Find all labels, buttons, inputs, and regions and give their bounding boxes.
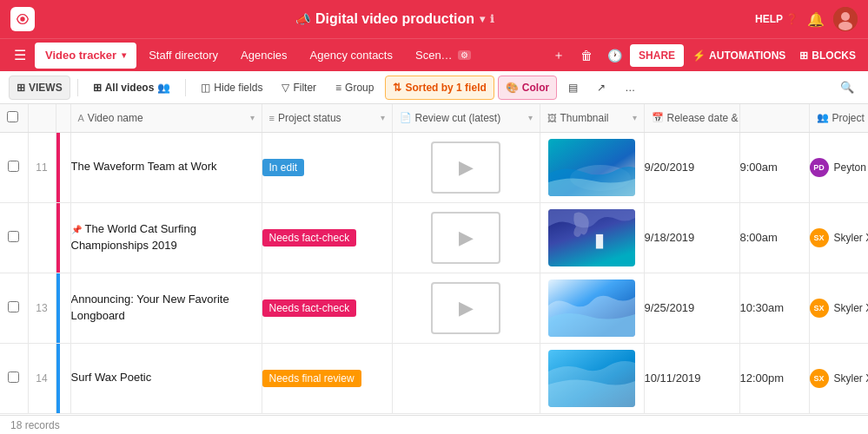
blocks-button[interactable]: ⊞ BLOCKS [794, 46, 861, 65]
row-project-lead[interactable]: SXSkyler Xu [809, 202, 868, 273]
nav-tab-video-tracker[interactable]: Video tracker ▾ [35, 43, 136, 69]
row-project-lead[interactable]: PDPeyton Deve… [809, 132, 868, 202]
search-icon[interactable]: 🔍 [835, 76, 859, 100]
nav-tab-agency-contacts[interactable]: Agency contacts [300, 43, 403, 69]
row-video-name[interactable]: 📌The World Cat Surfing Championships 201… [70, 202, 262, 273]
top-bar-center: 📣 Digital video production ▾ ℹ [295, 11, 494, 27]
row-project-lead[interactable]: SXSkyler Xu [809, 273, 868, 343]
th-lead-label: Project lead [832, 112, 869, 124]
nav-tab-scenes[interactable]: Scen… ⚙ [405, 43, 481, 69]
play-icon: ▶ [459, 156, 474, 179]
group-icon: ≡ [335, 82, 341, 94]
row-checkbox[interactable] [8, 161, 19, 172]
filter-button[interactable]: ▽ Filter [274, 76, 324, 100]
pin-icon: 📌 [71, 225, 82, 234]
svg-point-2 [841, 12, 850, 21]
row-height-button[interactable]: ▤ [560, 76, 586, 100]
table-row[interactable]: 📌The World Cat Surfing Championships 201… [0, 202, 868, 273]
row-review-cut[interactable]: ▶ [392, 273, 540, 343]
th-time [739, 104, 809, 132]
row-video-name[interactable]: The Waveform Team at Work [70, 132, 262, 202]
video-thumbnail-placeholder[interactable]: ▶ [431, 282, 500, 334]
trash-icon[interactable]: 🗑 [574, 43, 599, 68]
th-check[interactable] [0, 104, 28, 132]
row-project-status[interactable]: Needs final review [262, 343, 392, 413]
lead-avatar: SX [810, 228, 829, 247]
group-button[interactable]: ≡ Group [328, 76, 381, 100]
row-review-cut[interactable]: ▶ [392, 202, 540, 273]
select-all-checkbox[interactable] [7, 111, 18, 122]
views-button[interactable]: ⊞ VIEWS [9, 76, 70, 100]
svg-point-0 [20, 16, 24, 21]
row-project-lead[interactable]: SXSkyler Xu [809, 343, 868, 413]
title-caret-icon[interactable]: ▾ [480, 13, 485, 25]
thumbnail-image [548, 139, 635, 196]
table-row[interactable]: 11The Waveform Team at WorkIn edit▶9/20/… [0, 132, 868, 202]
th-project-status[interactable]: ≡ Project status ▾ [262, 104, 392, 132]
status-badge: In edit [262, 159, 305, 176]
row-number [28, 202, 56, 273]
row-checkbox[interactable] [8, 301, 19, 312]
row-thumbnail[interactable]: ▊ [540, 202, 644, 273]
video-thumbnail-placeholder[interactable]: ▶ [431, 212, 500, 264]
sort-button[interactable]: ⇅ Sorted by 1 field [385, 76, 494, 100]
th-release-date[interactable]: 📅 Release date & time ▾ [644, 104, 739, 132]
th-review-cut[interactable]: 📄 Review cut (latest) ▾ [392, 104, 540, 132]
row-thumbnail[interactable] [540, 132, 644, 202]
row-checkbox[interactable] [8, 372, 19, 383]
video-thumbnail-placeholder[interactable]: ▶ [431, 141, 500, 194]
row-video-name[interactable]: Announcing: Your New Favorite Longboard [70, 273, 262, 343]
scenes-overflow-icon: ⚙ [458, 50, 471, 60]
row-release-date: 10/11/2019 [644, 343, 739, 413]
share-button[interactable]: SHARE [630, 44, 684, 67]
sort-icon: ⇅ [393, 82, 401, 94]
hamburger-icon[interactable]: ☰ [7, 43, 33, 67]
add-tab-icon[interactable]: ＋ [547, 43, 571, 68]
row-project-status[interactable]: Needs fact-check [262, 202, 392, 273]
nav-tab-staff-directory[interactable]: Staff directory [138, 43, 229, 69]
row-project-status[interactable]: In edit [262, 132, 392, 202]
th-thumbnail-caret-icon[interactable]: ▾ [633, 113, 637, 122]
help-button[interactable]: HELP ❓ [755, 13, 798, 25]
row-project-status[interactable]: Needs fact-check [262, 273, 392, 343]
th-project-lead[interactable]: 👥 Project lead [809, 104, 868, 132]
th-video-name[interactable]: A Video name ▾ [70, 104, 262, 132]
lead-avatar: SX [810, 369, 829, 388]
th-review-caret-icon[interactable]: ▾ [528, 113, 533, 122]
top-bar: 📣 Digital video production ▾ ℹ HELP ❓ 🔔 [0, 0, 868, 38]
row-thumbnail[interactable] [540, 343, 644, 413]
th-status-caret-icon[interactable]: ▾ [381, 113, 385, 122]
th-thumbnail-label: Thumbnail [560, 112, 609, 124]
share-view-button[interactable]: ↗ [589, 76, 613, 100]
row-release-date: 9/20/2019 [644, 132, 739, 202]
row-video-name[interactable]: Surf Wax Poetic [70, 343, 262, 413]
more-button[interactable]: … [617, 76, 643, 100]
row-release-time: 8:00am [739, 202, 809, 273]
all-videos-button[interactable]: ⊞ All videos 👥 [85, 76, 179, 100]
user-avatar[interactable] [833, 7, 858, 31]
video-name-text: Surf Wax Poetic [71, 371, 152, 384]
nav-tab-agencies[interactable]: Agencies [230, 43, 297, 69]
row-checkbox[interactable] [8, 231, 19, 242]
video-name-text: The World Cat Surfing Championships 2019 [71, 222, 196, 251]
automations-button[interactable]: ⚡ AUTOMATIONS [687, 46, 791, 65]
hide-fields-button[interactable]: ◫ Hide fields [193, 76, 270, 100]
play-icon: ▶ [459, 227, 474, 249]
play-icon: ▶ [459, 297, 474, 319]
app-logo[interactable] [10, 7, 35, 31]
color-button[interactable]: 🎨 Color [498, 76, 557, 100]
megaphone-icon: 📣 [295, 12, 310, 26]
th-thumbnail[interactable]: 🖼 Thumbnail ▾ [540, 104, 644, 132]
toolbar: ⊞ VIEWS ⊞ All videos 👥 ◫ Hide fields ▽ F… [0, 71, 868, 104]
lead-inner: SXSkyler Xu [810, 299, 869, 318]
notifications-icon[interactable]: 🔔 [807, 11, 825, 28]
th-name-caret-icon[interactable]: ▾ [250, 113, 255, 122]
info-icon[interactable]: ℹ [490, 13, 494, 25]
row-review-cut[interactable] [392, 343, 540, 413]
history-icon[interactable]: 🕐 [602, 43, 626, 68]
th-name-icon: A [78, 113, 84, 123]
row-thumbnail[interactable] [540, 273, 644, 343]
table-row[interactable]: 14Surf Wax PoeticNeeds final review10/11… [0, 343, 868, 413]
table-row[interactable]: 13Announcing: Your New Favorite Longboar… [0, 273, 868, 343]
row-review-cut[interactable]: ▶ [392, 132, 540, 202]
